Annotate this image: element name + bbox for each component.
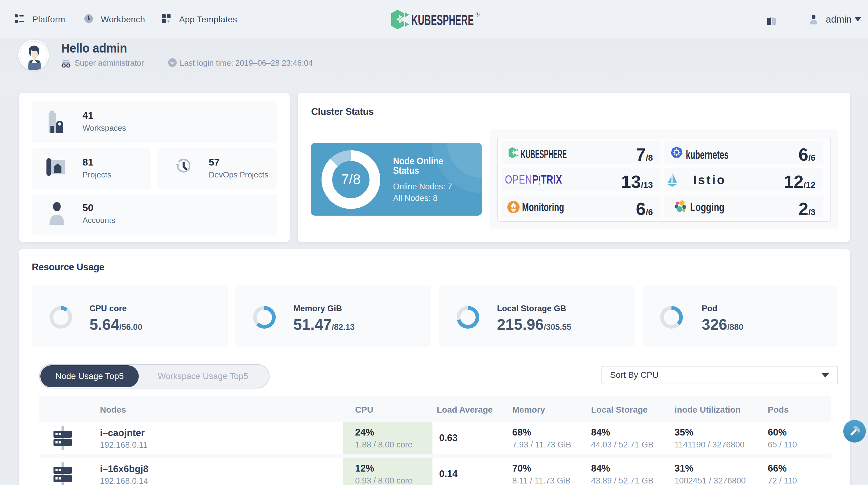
svg-text:KUBESPHERE: KUBESPHERE xyxy=(411,12,474,28)
svg-text:7/8: 7/8 xyxy=(341,171,361,187)
svg-text:®: ® xyxy=(475,11,479,18)
